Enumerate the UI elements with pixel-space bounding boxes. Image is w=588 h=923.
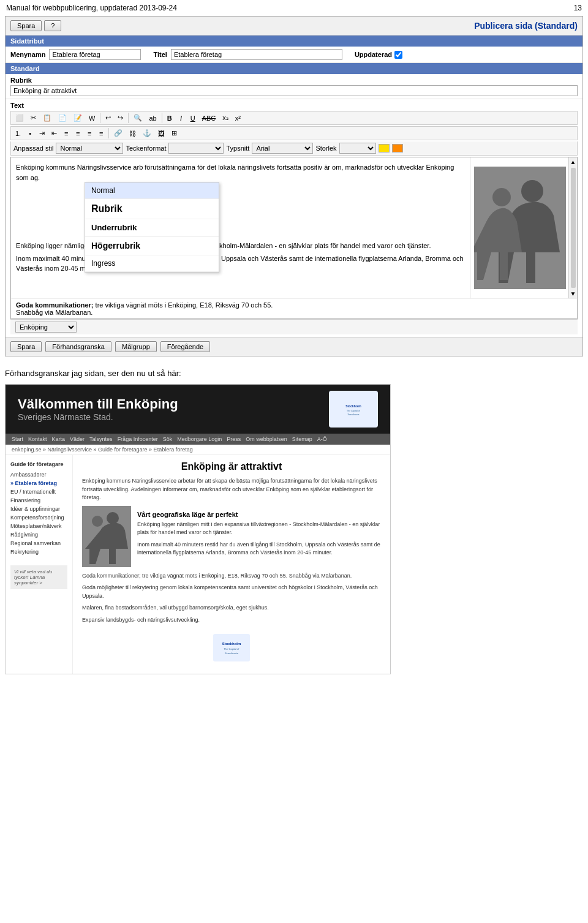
scroll-thumb[interactable]	[571, 168, 576, 288]
svg-point-8	[107, 512, 119, 524]
editor-format-bar: Anpassad stil Normal Rubrik Underrubrik …	[10, 141, 578, 156]
tb-alignl[interactable]: ≡	[61, 128, 72, 138]
editor-toolbar-1: ⬜ ✂ 📋 📄 📝 W ↩ ↪ 🔍 ab B I U ABC x₂ x²	[10, 111, 578, 125]
rubrik-label: Rubrik	[10, 77, 578, 84]
teckenformat-select[interactable]	[168, 143, 224, 154]
tb-sup[interactable]: x²	[232, 113, 244, 123]
sidebar-guide[interactable]: Guide för företagare	[10, 460, 67, 469]
tb-strikethrough[interactable]: ABC	[199, 113, 219, 123]
preview-frame: Välkommen till Enköping Sveriges Närmast…	[5, 384, 391, 674]
nav-start[interactable]: Start	[12, 436, 23, 442]
tb-ul[interactable]: •	[24, 128, 36, 138]
nav-karta[interactable]: Karta	[52, 436, 66, 442]
sidebar-etablera[interactable]: » Etablera företag	[10, 479, 67, 488]
nav-ao[interactable]: A-Ö	[317, 436, 327, 442]
nav-sok[interactable]: Sök	[163, 436, 173, 442]
tb-unlink[interactable]: ⛓	[126, 128, 139, 138]
titel-input[interactable]	[171, 49, 342, 60]
scroll-down[interactable]: ▼	[569, 289, 578, 298]
uppdaterad-group: Uppdaterad	[355, 51, 402, 59]
tb-replace[interactable]: ab	[146, 113, 159, 123]
rubrik-row: Rubrik	[6, 74, 582, 99]
tb-anchor[interactable]: ⚓	[140, 128, 154, 138]
tb-pastefromword[interactable]: W	[86, 113, 98, 123]
editor-para4: Goda kommunikationer; tre viktiga vägnät…	[16, 301, 572, 309]
tb-sub[interactable]: x₂	[219, 113, 232, 123]
nav-medborgare[interactable]: Medborgare Login	[177, 436, 222, 442]
tb-ol[interactable]: 1.	[12, 128, 24, 138]
nav-vader[interactable]: Väder	[70, 436, 85, 442]
nav-talsyntes[interactable]: Talsyntes	[89, 436, 113, 442]
nav-sitemap[interactable]: Sitemap	[292, 436, 312, 442]
dropdown-item-rubrik[interactable]: Rubrik	[85, 199, 219, 219]
tb-copy[interactable]: 📋	[40, 113, 55, 123]
dropdown-item-ingress[interactable]: Ingress	[85, 255, 219, 272]
forhandgranska-button[interactable]: Förhandsgranska	[45, 341, 111, 352]
tb-undo[interactable]: ↩	[102, 113, 114, 123]
tb-link[interactable]: 🔗	[111, 128, 126, 138]
page-header: Manual för webbpublicering, uppdaterad 2…	[0, 0, 588, 16]
tb-bold[interactable]: B	[164, 113, 175, 123]
editor-area[interactable]: Enköping kommuns Näringslivsservice arb …	[10, 157, 578, 319]
location-select[interactable]: Enköping	[15, 322, 77, 333]
editor-bottom-text: Goda kommunikationer; tre viktiga vägnät…	[11, 298, 577, 318]
tb-underline[interactable]: U	[187, 113, 198, 123]
sidebar-finansiering[interactable]: Finansiering	[10, 496, 67, 505]
sidebar-ideer[interactable]: Idéer & uppfinningar	[10, 505, 67, 513]
help-button[interactable]: ?	[44, 20, 61, 31]
tb-indent[interactable]: ⇥	[36, 128, 48, 138]
save-bottom-button[interactable]: Spara	[10, 341, 42, 352]
sidebar-rekrytering[interactable]: Rekrytering	[10, 548, 67, 556]
sidebar-kompetens[interactable]: Kompetensförsörjning	[10, 513, 67, 522]
editor-text-area[interactable]: Enköping kommuns Näringslivsservice arb …	[11, 157, 470, 298]
uppdaterad-label: Uppdaterad	[355, 51, 392, 58]
storlek-select[interactable]	[339, 143, 376, 154]
save-top-button[interactable]: Spara	[10, 20, 42, 31]
tb-find[interactable]: 🔍	[130, 113, 145, 123]
malgrupp-button[interactable]: Målgrupp	[115, 341, 157, 352]
tb-outdent[interactable]: ⇤	[48, 128, 60, 138]
tb-table[interactable]: ⊞	[168, 128, 180, 138]
editor-scrollbar[interactable]: ▲ ▼	[568, 157, 577, 298]
tb-pastetext[interactable]: 📝	[70, 113, 85, 123]
tb-bcolor[interactable]	[392, 144, 403, 153]
scroll-up[interactable]: ▲	[569, 157, 578, 167]
tb-redo[interactable]: ↪	[115, 113, 126, 123]
nav-kontakt[interactable]: Kontakt	[28, 436, 47, 442]
sidebar-regional[interactable]: Regional samverkan	[10, 539, 67, 548]
tb-alignc[interactable]: ≡	[72, 128, 83, 138]
text-section: Text ⬜ ✂ 📋 📄 📝 W ↩ ↪ 🔍 ab B I U ABC x₂ x…	[6, 99, 582, 337]
sidebar-motesplatser[interactable]: Mötesplatser/nätverk	[10, 522, 67, 530]
style-select[interactable]: Normal Rubrik Underrubrik	[56, 143, 123, 154]
tb-alignr[interactable]: ≡	[84, 128, 95, 138]
tb-fcolor[interactable]	[379, 144, 390, 153]
preview-header: Välkommen till Enköping Sveriges Närmast…	[6, 385, 390, 434]
sidebar-radgivning[interactable]: Rådgivning	[10, 530, 67, 539]
tb-paste[interactable]: 📄	[55, 113, 70, 123]
preview-welcome-subtitle: Sveriges Närmaste Stad.	[18, 412, 178, 422]
fields-row: Menynamn Titel Uppdaterad	[6, 47, 582, 63]
tb-cut[interactable]: ✂	[28, 113, 39, 123]
sidebar-feedback-box[interactable]: Vi vill veta vad du tycker! Lämna synpun…	[10, 565, 67, 589]
tb-image[interactable]: 🖼	[155, 128, 168, 138]
style-dropdown[interactable]: Normal Rubrik Underrubrik Högerrubrik In…	[85, 182, 219, 273]
sidebar-ambassadorer[interactable]: Ambassadörer	[10, 470, 67, 479]
uppdaterad-checkbox[interactable]	[394, 51, 402, 59]
dropdown-item-underrubrik[interactable]: Underrubrik	[85, 219, 219, 237]
foregaende-button[interactable]: Föregående	[160, 341, 210, 352]
rubrik-input[interactable]	[10, 85, 578, 96]
typsnitt-select[interactable]: Arial Times	[252, 143, 313, 154]
preview-subheading1: Vårt geografiska läge är perfekt	[137, 511, 381, 518]
preview-content-block: Vårt geografiska läge är perfekt Enköpin…	[82, 506, 381, 567]
sidebar-eu[interactable]: EU / Internationellt	[10, 488, 67, 496]
dropdown-item-normal[interactable]: Normal	[85, 183, 219, 199]
nav-om[interactable]: Om webbplatsen	[246, 436, 287, 442]
nav-fraga[interactable]: Fråga Infocenter	[118, 436, 158, 442]
menynamn-input[interactable]	[49, 49, 141, 60]
tb-source[interactable]: ⬜	[12, 113, 27, 123]
tb-justify[interactable]: ≡	[96, 128, 107, 138]
dropdown-item-hogenrubrik[interactable]: Högerrubrik	[85, 237, 219, 255]
menynamn-label: Menynamn	[10, 51, 45, 58]
nav-press[interactable]: Press	[227, 436, 241, 442]
tb-italic[interactable]: I	[176, 113, 187, 123]
